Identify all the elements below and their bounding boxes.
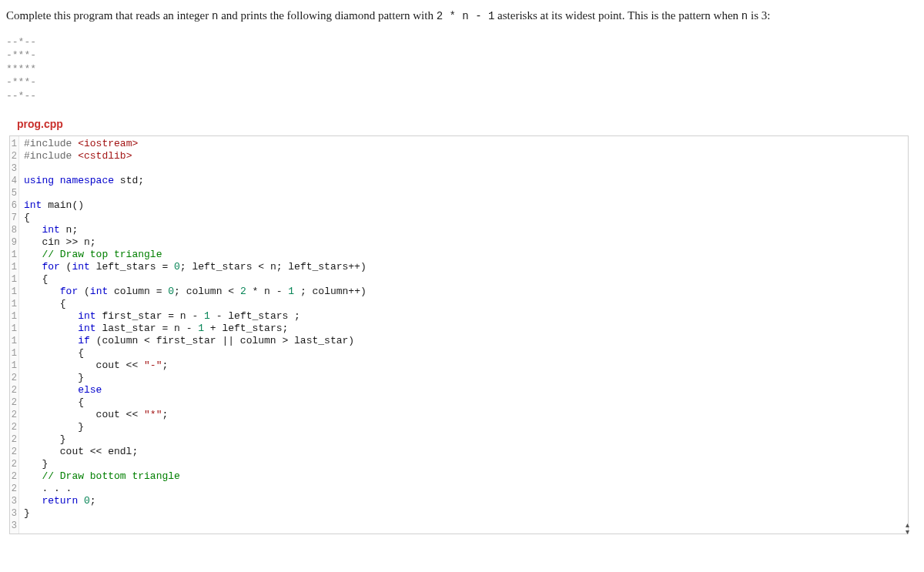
indent	[24, 495, 42, 507]
include-header: <iostream>	[78, 138, 138, 149]
type: int	[24, 199, 42, 211]
preproc: #include	[24, 138, 78, 149]
comment: // Draw top triangle	[42, 249, 162, 260]
number: 2	[240, 286, 246, 297]
brace: {	[24, 347, 84, 359]
problem-statement: Complete this program that reads an inte…	[6, 8, 918, 25]
brace: }	[24, 458, 48, 470]
code-text: main()	[42, 199, 84, 211]
brace: }	[24, 421, 84, 433]
code-text: left_stars =	[90, 261, 174, 273]
indent	[24, 249, 42, 260]
code-text: (	[60, 261, 72, 273]
indent	[24, 384, 78, 396]
code-text: ;	[90, 495, 96, 507]
code-text: ; column++)	[294, 286, 367, 297]
problem-mid3: is 3:	[748, 9, 770, 22]
brace: {	[24, 298, 66, 309]
code-text: cout <<	[24, 409, 144, 420]
indent	[24, 286, 60, 297]
code-listing[interactable]: #include <iostream> #include <cstdlib> u…	[19, 136, 908, 534]
problem-expr: 2 * n - 1	[437, 10, 495, 22]
code-text: std;	[114, 175, 144, 186]
include-header: <cstdlib>	[78, 150, 132, 162]
code-text: + left_stars;	[204, 323, 288, 334]
keyword: namespace	[54, 175, 114, 186]
problem-var-n2: n	[742, 10, 748, 22]
number: 0	[84, 495, 90, 507]
keyword: for	[60, 286, 78, 297]
brace: {	[24, 212, 30, 223]
code-text: ;	[162, 409, 168, 420]
code-text: cout << endl;	[24, 446, 138, 457]
code-text: ; column <	[174, 286, 240, 297]
indent	[24, 310, 78, 322]
type: int	[72, 261, 89, 273]
brace: {	[24, 273, 48, 285]
number: 1	[288, 286, 294, 297]
code-editor: 1 2 3 4 5 6 7 8 9 1 1 1 1 1 1 1 1 1 1 2 …	[9, 135, 909, 534]
code-text: first_star = n -	[96, 310, 204, 322]
code-text: cout <<	[24, 360, 144, 371]
code-text: . . .	[24, 483, 72, 494]
type: int	[78, 323, 95, 334]
code-text: (column < first_star || column > last_st…	[90, 335, 354, 346]
comment: // Draw bottom triangle	[42, 470, 179, 482]
problem-prefix: Complete this program that reads an inte…	[6, 9, 212, 22]
code-text	[78, 495, 84, 507]
scroll-down-icon[interactable]: ▾	[906, 528, 909, 535]
preproc: #include	[24, 150, 78, 162]
code-text: n;	[60, 224, 78, 236]
line-number-gutter: 1 2 3 4 5 6 7 8 9 1 1 1 1 1 1 1 1 1 1 2 …	[10, 136, 19, 534]
brace: {	[24, 396, 84, 408]
indent	[24, 261, 42, 273]
diamond-pattern-example: --*-- -***- ***** -***- --*--	[6, 35, 918, 103]
number: 0	[174, 261, 180, 273]
string: "*"	[144, 409, 162, 420]
code-text: last_star = n -	[96, 323, 199, 334]
string: "-"	[144, 360, 162, 371]
keyword: for	[42, 261, 59, 273]
indent	[24, 224, 42, 236]
number: 1	[198, 323, 204, 334]
keyword: else	[78, 384, 102, 396]
number: 0	[168, 286, 174, 297]
brace: }	[24, 507, 30, 519]
brace: }	[24, 433, 66, 445]
code-text: column =	[108, 286, 168, 297]
brace: }	[24, 372, 84, 383]
keyword: return	[42, 495, 78, 507]
code-text: - left_stars ;	[210, 310, 300, 322]
keyword: using	[24, 175, 54, 186]
indent	[24, 335, 78, 346]
code-text: ;	[162, 360, 168, 371]
source-filename: prog.cpp	[17, 116, 918, 132]
indent	[24, 470, 42, 482]
problem-mid2: asterisks at its widest point. This is t…	[494, 9, 742, 22]
problem-mid1: and prints the following diamond pattern…	[218, 9, 436, 22]
code-text: * n -	[246, 286, 289, 297]
code-text: cin >> n;	[24, 236, 96, 248]
code-text: ; left_stars < n; left_stars++)	[180, 261, 367, 273]
scroll-arrows[interactable]: ▴ ▾	[906, 521, 909, 535]
type: int	[90, 286, 108, 297]
code-text: (	[78, 286, 90, 297]
indent	[24, 323, 78, 334]
type: int	[78, 310, 95, 322]
number: 1	[204, 310, 210, 322]
type: int	[42, 224, 59, 236]
keyword: if	[78, 335, 90, 346]
